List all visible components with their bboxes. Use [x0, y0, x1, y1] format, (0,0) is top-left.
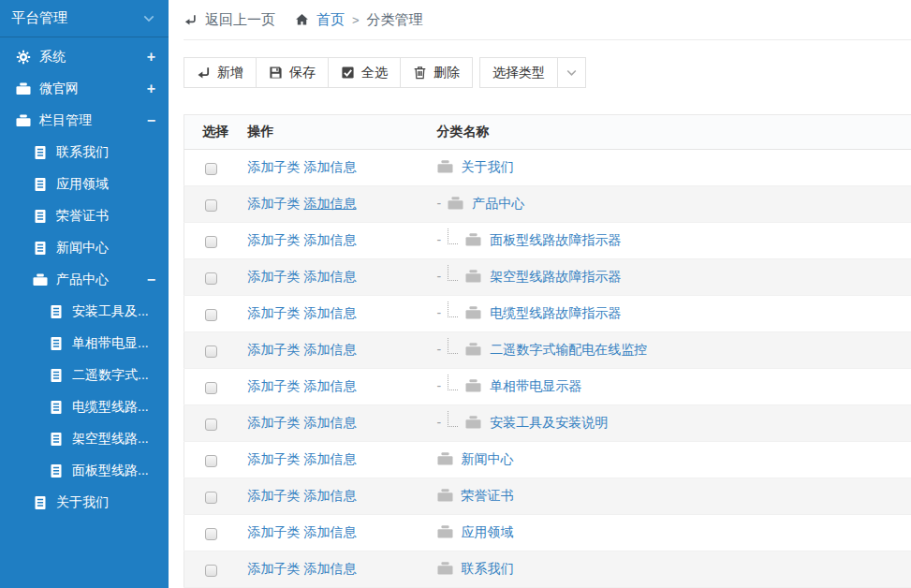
sidebar-header[interactable]: 平台管理 [0, 0, 169, 37]
add-button[interactable]: 新增 [184, 57, 257, 88]
row-checkbox[interactable] [205, 345, 217, 358]
add-subcategory-link[interactable]: 添加子类 [248, 561, 301, 576]
add-info-link[interactable]: 添加信息 [304, 561, 357, 576]
category-link[interactable]: 应用领域 [462, 524, 514, 539]
table-row: 添加子类添加信息-单相带电显示器 [184, 369, 911, 405]
add-info-link[interactable]: 添加信息 [304, 524, 357, 539]
add-subcategory-link[interactable]: 添加子类 [248, 488, 301, 503]
delete-button[interactable]: 删除 [400, 57, 473, 88]
breadcrumb-separator: > [352, 13, 360, 27]
sidebar-item[interactable]: 面板型线路... [0, 455, 169, 487]
row-checkbox[interactable] [205, 272, 217, 285]
sidebar-item-label: 新闻中心 [56, 240, 109, 257]
row-checkbox[interactable] [205, 163, 217, 175]
sidebar-item[interactable]: 二遥数字式... [0, 360, 169, 391]
add-info-link[interactable]: 添加信息 [304, 415, 357, 430]
toolbar-button-group: 新增保存全选删除 [184, 57, 473, 88]
category-link[interactable]: 单相带电显示器 [490, 378, 581, 393]
sidebar-item[interactable]: 单相带电显... [0, 328, 169, 360]
category-link[interactable]: 联系我们 [462, 561, 514, 576]
tree-dash: - [437, 232, 442, 247]
home-link[interactable]: 首页 [316, 11, 345, 29]
row-checkbox[interactable] [205, 382, 217, 394]
document-icon [33, 145, 48, 160]
add-subcategory-link[interactable]: 添加子类 [248, 342, 301, 357]
sidebar-item[interactable]: 电缆型线路... [0, 391, 169, 423]
add-subcategory-link[interactable]: 添加子类 [248, 269, 301, 284]
add-subcategory-link[interactable]: 添加子类 [248, 159, 301, 174]
sidebar-item-label: 栏目管理 [39, 112, 92, 129]
add-subcategory-link[interactable]: 添加子类 [248, 196, 301, 211]
row-checkbox[interactable] [205, 455, 217, 467]
sidebar-item[interactable]: 关于我们 [0, 487, 169, 519]
category-link[interactable]: 安装工具及安装说明 [490, 415, 608, 430]
folder-icon [465, 379, 481, 392]
sidebar-item[interactable]: 联系我们 [0, 137, 169, 169]
category-link[interactable]: 架空型线路故障指示器 [490, 269, 621, 284]
chevron-down-icon[interactable] [143, 15, 154, 22]
add-info-link[interactable]: 添加信息 [304, 305, 357, 320]
select-all-button[interactable]: 全选 [328, 57, 401, 88]
button-label: 删除 [433, 65, 460, 81]
collapse-minus-icon[interactable]: − [147, 113, 155, 128]
document-icon [33, 495, 48, 510]
add-info-link[interactable]: 添加信息 [304, 378, 357, 393]
sidebar-item[interactable]: 产品中心− [0, 264, 169, 296]
type-select-button[interactable]: 选择类型 [479, 57, 558, 88]
tree-dash: - [437, 305, 442, 320]
sidebar-item[interactable]: 系统+ [0, 41, 169, 73]
add-info-link[interactable]: 添加信息 [304, 488, 357, 503]
sidebar-item[interactable]: 荣誉证书 [0, 200, 169, 232]
add-info-link[interactable]: 添加信息 [304, 159, 357, 174]
category-link[interactable]: 关于我们 [462, 159, 514, 174]
folder-icon [437, 562, 453, 575]
add-info-link[interactable]: 添加信息 [304, 232, 357, 247]
sidebar-item[interactable]: 架空型线路... [0, 423, 169, 455]
add-info-link[interactable]: 添加信息 [304, 269, 357, 284]
collapse-minus-icon[interactable]: − [147, 272, 155, 287]
folder-icon [437, 525, 453, 538]
add-info-link[interactable]: 添加信息 [304, 342, 357, 357]
folder-icon [465, 233, 481, 246]
type-select-caret-button[interactable] [557, 57, 586, 88]
sidebar-item[interactable]: 栏目管理− [0, 105, 169, 137]
category-link[interactable]: 电缆型线路故障指示器 [490, 305, 621, 320]
row-checkbox[interactable] [205, 199, 217, 212]
button-label: 全选 [361, 65, 388, 81]
document-icon [49, 463, 64, 478]
document-icon [49, 368, 64, 383]
chevron-down-icon [566, 69, 577, 77]
add-subcategory-link[interactable]: 添加子类 [248, 524, 301, 539]
row-checkbox[interactable] [205, 419, 217, 431]
add-subcategory-link[interactable]: 添加子类 [248, 451, 301, 466]
trash-icon [413, 66, 427, 80]
expand-plus-icon[interactable]: + [147, 81, 155, 96]
category-link[interactable]: 新闻中心 [462, 451, 514, 466]
add-subcategory-link[interactable]: 添加子类 [248, 415, 301, 430]
document-icon [49, 304, 64, 319]
category-link[interactable]: 产品中心 [472, 196, 524, 211]
row-checkbox[interactable] [205, 528, 217, 540]
collapse-dash[interactable]: - [437, 196, 442, 211]
row-checkbox[interactable] [205, 565, 217, 577]
row-checkbox[interactable] [205, 492, 217, 504]
add-subcategory-link[interactable]: 添加子类 [248, 378, 301, 393]
sidebar-item[interactable]: 微官网+ [0, 73, 169, 105]
sidebar-item[interactable]: 安装工具及... [0, 296, 169, 328]
category-link[interactable]: 荣誉证书 [462, 488, 514, 503]
back-link[interactable]: 返回上一页 [184, 11, 275, 29]
category-link[interactable]: 面板型线路故障指示器 [490, 232, 621, 247]
sidebar-item[interactable]: 应用领域 [0, 169, 169, 200]
add-info-link[interactable]: 添加信息 [304, 451, 357, 466]
table-row: 添加子类添加信息应用领域 [184, 515, 911, 551]
button-label: 新增 [217, 65, 243, 81]
sidebar-item[interactable]: 新闻中心 [0, 232, 169, 264]
row-checkbox[interactable] [205, 309, 217, 321]
category-link[interactable]: 二遥数字式输配电在线监控 [490, 342, 647, 357]
add-info-link[interactable]: 添加信息 [304, 196, 357, 211]
row-checkbox[interactable] [205, 236, 217, 248]
add-subcategory-link[interactable]: 添加子类 [248, 305, 301, 320]
add-subcategory-link[interactable]: 添加子类 [248, 232, 301, 247]
save-button[interactable]: 保存 [256, 57, 329, 88]
expand-plus-icon[interactable]: + [147, 50, 155, 65]
